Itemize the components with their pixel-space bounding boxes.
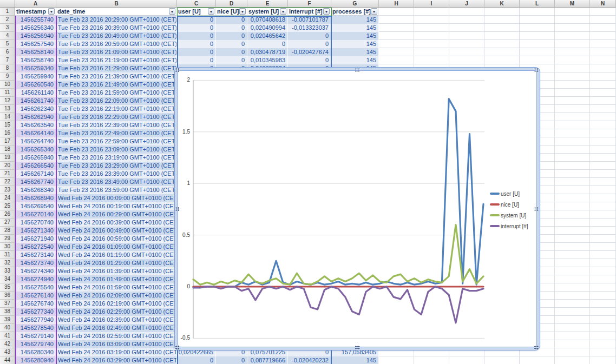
column-header-k[interactable]: K (484, 0, 520, 8)
row-header-25[interactable]: 25 (0, 202, 15, 210)
cell[interactable]: Wed Feb 24 2016 01:19:00 GMT+0100 (CET) (56, 251, 177, 259)
cell[interactable]: 1456261740 (15, 97, 56, 105)
cell[interactable] (590, 356, 616, 364)
row-header-27[interactable]: 27 (0, 219, 15, 227)
row-header-34[interactable]: 34 (0, 275, 15, 283)
cell[interactable]: 1456266540 (15, 162, 56, 170)
cell[interactable]: 1456276140 (15, 292, 56, 300)
row-header-10[interactable]: 10 (0, 81, 15, 89)
cell[interactable]: 145 (331, 48, 379, 56)
column-header-h[interactable]: H (379, 0, 414, 8)
column-title-cell[interactable]: user [U]▼ (177, 8, 216, 16)
cell[interactable] (449, 32, 484, 40)
cell[interactable] (555, 113, 590, 121)
cell[interactable]: 1456275540 (15, 283, 56, 292)
cell[interactable] (449, 8, 484, 16)
cell[interactable]: 0 (216, 16, 247, 24)
cell[interactable]: Tue Feb 23 2016 20:29:00 GMT+0100 (CET) (56, 16, 177, 24)
filter-dropdown-button[interactable]: ▼ (280, 8, 286, 15)
cell[interactable] (484, 56, 520, 64)
column-header-g[interactable]: G (331, 0, 379, 8)
cell[interactable]: 0,020490994 (247, 24, 288, 32)
cell[interactable]: 1456264140 (15, 129, 56, 137)
cell[interactable] (555, 227, 590, 235)
cell[interactable]: Wed Feb 24 2016 02:09:00 GMT+0100 (CET) (56, 292, 177, 300)
column-header-m[interactable]: M (555, 0, 590, 8)
cell[interactable]: 0 (216, 356, 247, 364)
cell[interactable]: 0 (177, 48, 216, 56)
cell[interactable] (555, 292, 590, 300)
series-line[interactable] (193, 287, 483, 323)
cell[interactable]: Tue Feb 23 2016 20:49:00 GMT+0100 (CET) (56, 32, 177, 40)
cell[interactable]: Wed Feb 24 2016 02:29:00 GMT+0100 (CET) (56, 308, 177, 316)
cell[interactable]: Tue Feb 23 2016 22:39:00 GMT+0100 (CET) (56, 121, 177, 129)
cell[interactable] (449, 48, 484, 56)
series-line[interactable] (193, 99, 483, 287)
row-header-28[interactable]: 28 (0, 227, 15, 235)
series-line[interactable] (193, 225, 483, 285)
row-header-13[interactable]: 13 (0, 105, 15, 113)
cell[interactable]: Wed Feb 24 2016 03:29:00 GMT+0100 (CET) (56, 356, 177, 364)
cell[interactable] (590, 64, 616, 72)
cell[interactable] (555, 267, 590, 275)
column-header-l[interactable]: L (520, 0, 555, 8)
cell[interactable]: 145 (331, 16, 379, 24)
cell[interactable]: Tue Feb 23 2016 22:29:00 GMT+0100 (CET) (56, 113, 177, 121)
cell[interactable]: 1456255740 (15, 16, 56, 24)
cell[interactable] (555, 162, 590, 170)
row-header-39[interactable]: 39 (0, 316, 15, 324)
cell[interactable]: 0,020465642 (247, 32, 288, 40)
filter-dropdown-button[interactable]: ▼ (323, 8, 330, 15)
cell[interactable] (555, 64, 590, 72)
cell[interactable] (590, 259, 616, 267)
cell[interactable] (555, 243, 590, 251)
cell[interactable] (555, 251, 590, 259)
cell[interactable] (555, 145, 590, 154)
cell[interactable]: 1456259940 (15, 72, 56, 81)
cell[interactable] (555, 170, 590, 178)
row-header-18[interactable]: 18 (0, 145, 15, 154)
cell[interactable] (590, 24, 616, 32)
cell[interactable] (520, 8, 555, 16)
cell[interactable]: 0 (247, 40, 288, 48)
cell[interactable]: Tue Feb 23 2016 23:39:00 GMT+0100 (CET) (56, 170, 177, 178)
cell[interactable]: Wed Feb 24 2016 00:29:00 GMT+0100 (CET) (56, 210, 177, 219)
cell[interactable] (484, 356, 520, 364)
cell[interactable]: Tue Feb 23 2016 21:09:00 GMT+0100 (CET) (56, 48, 177, 56)
cell[interactable]: 1456259340 (15, 64, 56, 72)
cell[interactable]: Tue Feb 23 2016 21:19:00 GMT+0100 (CET) (56, 56, 177, 64)
chart-resize-handle[interactable] (534, 207, 539, 211)
column-title-cell[interactable]: processes [#]▼ (331, 8, 379, 16)
cell[interactable] (555, 275, 590, 283)
cell[interactable]: 1456265340 (15, 145, 56, 154)
cell[interactable] (555, 105, 590, 113)
cell[interactable]: Tue Feb 23 2016 23:59:00 GMT+0100 (CET) (56, 186, 177, 194)
cell[interactable] (590, 251, 616, 259)
cell[interactable] (379, 40, 414, 48)
cell[interactable] (555, 210, 590, 219)
column-header-b[interactable]: B (56, 0, 177, 8)
cell[interactable] (520, 40, 555, 48)
cell[interactable]: 1456276740 (15, 300, 56, 308)
row-header-31[interactable]: 31 (0, 251, 15, 259)
cell[interactable] (379, 356, 414, 364)
cell[interactable] (379, 56, 414, 64)
cell[interactable]: Tue Feb 23 2016 22:09:00 GMT+0100 (CET) (56, 97, 177, 105)
cell[interactable] (555, 89, 590, 97)
cell[interactable] (414, 32, 449, 40)
cell[interactable] (555, 316, 590, 324)
cell[interactable]: 0 (177, 356, 216, 364)
cell[interactable]: 145 (331, 356, 379, 364)
cell[interactable]: -0,013323037 (288, 24, 331, 32)
cell[interactable]: Tue Feb 23 2016 21:49:00 GMT+0100 (CET) (56, 81, 177, 89)
cell[interactable]: 0 (177, 56, 216, 64)
cell[interactable] (414, 356, 449, 364)
column-header-f[interactable]: F (288, 0, 331, 8)
cell[interactable]: 1456270740 (15, 219, 56, 227)
cell[interactable] (555, 259, 590, 267)
row-header-20[interactable]: 20 (0, 162, 15, 170)
cell[interactable]: Tue Feb 23 2016 22:49:00 GMT+0100 (CET) (56, 129, 177, 137)
row-header-40[interactable]: 40 (0, 324, 15, 332)
row-header-24[interactable]: 24 (0, 194, 15, 202)
cell[interactable] (590, 340, 616, 348)
